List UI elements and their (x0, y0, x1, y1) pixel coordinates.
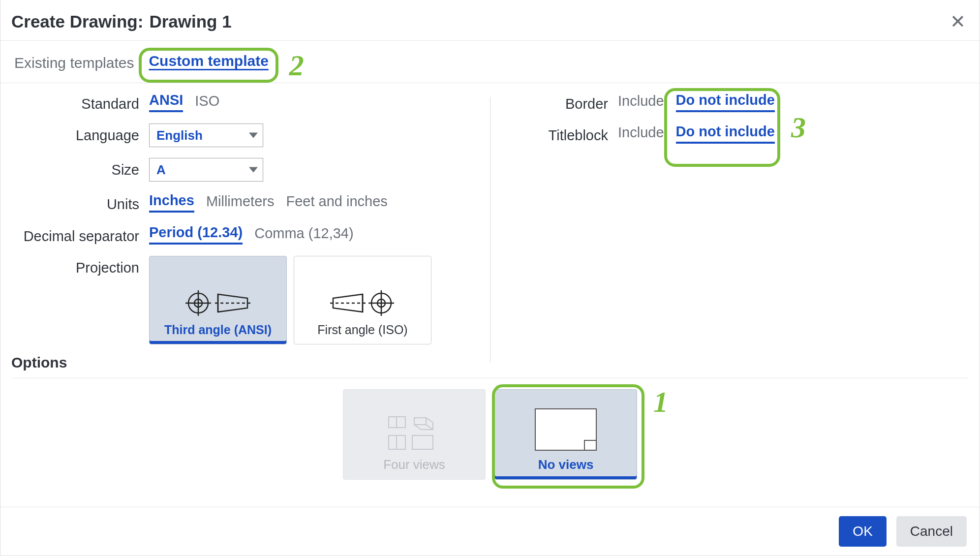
projection-first-label: First angle (ISO) (317, 323, 407, 337)
dialog-header: Create Drawing: Drawing 1 ✕ (0, 0, 980, 41)
options-row: Four views No views (11, 378, 969, 494)
projection-third-angle[interactable]: Third angle (ANSI) (149, 256, 287, 344)
units-inches[interactable]: Inches (149, 192, 194, 213)
tab-custom-template[interactable]: Custom template (149, 53, 268, 69)
left-column: Standard ANSI ISO Language English (11, 92, 490, 349)
label-size: Size (11, 158, 149, 179)
select-size[interactable]: A (149, 158, 263, 182)
projection-first-angle[interactable]: First angle (ISO) (294, 256, 431, 344)
template-tabs: Existing templates Custom template 2 (0, 41, 980, 83)
projection-third-label: Third angle (ANSI) (164, 323, 272, 337)
tab-existing-templates[interactable]: Existing templates (11, 52, 139, 83)
third-angle-icon (184, 288, 252, 318)
form-body: Standard ANSI ISO Language English (0, 83, 980, 507)
standard-ansi[interactable]: ANSI (149, 92, 183, 112)
titleblock-include[interactable]: Include (618, 124, 664, 143)
row-units: Units Inches Millimeters Feet and inches (11, 192, 490, 213)
option-four-views-label: Four views (383, 457, 445, 472)
standard-iso[interactable]: ISO (195, 93, 219, 111)
annotation-two: 2 (289, 49, 304, 83)
no-views-icon (531, 406, 600, 453)
label-border: Border (510, 92, 618, 113)
titleblock-do-not-include[interactable]: Do not include (676, 124, 775, 144)
first-angle-icon (328, 288, 397, 318)
dialog-title-wrap: Create Drawing: Drawing 1 (11, 12, 232, 31)
label-units: Units (11, 192, 149, 213)
units-feet-inches[interactable]: Feet and inches (286, 193, 387, 212)
close-icon[interactable]: ✕ (950, 12, 966, 31)
border-include[interactable]: Include (618, 93, 664, 111)
label-titleblock: Titleblock (510, 124, 618, 144)
annotation-one: 1 (653, 385, 668, 419)
label-standard: Standard (11, 92, 149, 113)
select-language-value: English (156, 128, 203, 143)
annotation-three: 3 (791, 111, 806, 145)
create-drawing-dialog: Create Drawing: Drawing 1 ✕ Existing tem… (0, 0, 980, 556)
dialog-title-name: Drawing 1 (149, 12, 231, 31)
row-border: Border Include Do not include (510, 92, 969, 113)
svg-rect-15 (397, 417, 405, 428)
cancel-button[interactable]: Cancel (896, 516, 967, 547)
dialog-footer: OK Cancel (0, 507, 980, 556)
ok-button[interactable]: OK (839, 516, 886, 547)
four-views-icon (385, 414, 444, 453)
row-size: Size A (11, 158, 490, 182)
chevron-down-icon (249, 167, 258, 173)
units-millimeters[interactable]: Millimeters (206, 193, 275, 212)
row-standard: Standard ANSI ISO (11, 92, 490, 113)
decimal-comma[interactable]: Comma (12,34) (254, 225, 353, 244)
border-do-not-include[interactable]: Do not include (676, 92, 775, 112)
chevron-down-icon (249, 133, 258, 138)
svg-rect-20 (584, 440, 596, 450)
row-language: Language English (11, 124, 490, 147)
right-column: Border Include Do not include Titleblock… (490, 92, 969, 349)
label-projection: Projection (11, 256, 149, 277)
dialog-title-prefix: Create Drawing: (11, 12, 143, 31)
label-language: Language (11, 124, 149, 144)
row-decimal: Decimal separator Period (12.34) Comma (… (11, 224, 490, 245)
decimal-period[interactable]: Period (12.34) (149, 224, 243, 245)
row-projection: Projection (11, 256, 490, 344)
svg-rect-18 (412, 435, 433, 449)
svg-rect-17 (397, 435, 405, 449)
option-no-views[interactable]: No views (494, 389, 637, 480)
option-no-views-label: No views (538, 457, 594, 472)
option-four-views: Four views (343, 389, 486, 480)
select-size-value: A (156, 162, 166, 178)
select-language[interactable]: English (149, 124, 263, 147)
label-decimal: Decimal separator (11, 224, 149, 245)
row-titleblock: Titleblock Include Do not include (510, 124, 969, 144)
